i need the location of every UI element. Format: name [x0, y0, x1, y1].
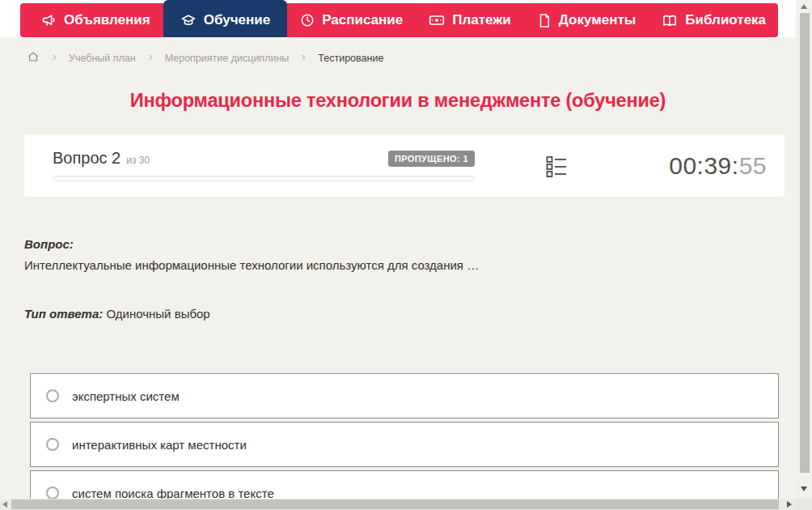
breadcrumb-item-study-plan[interactable]: Учебный план — [69, 53, 136, 64]
radio-button[interactable] — [46, 389, 59, 402]
top-navigation: Объявления Обучение — [0, 0, 796, 40]
breadcrumb-separator-icon — [299, 53, 307, 64]
answer-option-2[interactable]: интерактивных карт местности — [30, 422, 779, 467]
breadcrumb-item-discipline-event[interactable]: Мероприятие дисциплины — [165, 53, 290, 64]
question-list-icon[interactable] — [546, 155, 568, 181]
nav-item-announcements[interactable]: Объявления — [28, 3, 163, 37]
nav-item-label: Расписание — [322, 12, 403, 28]
question-total: из 30 — [126, 155, 150, 166]
question-text: Интеллектуальные информационные технолог… — [24, 258, 796, 272]
answer-type-label: Тип ответа: — [24, 307, 103, 321]
scroll-up-arrow-icon[interactable] — [801, 4, 807, 9]
question-section: Вопрос: Интеллектуальные информационные … — [24, 237, 796, 321]
scroll-down-arrow-icon[interactable] — [801, 487, 807, 491]
nav-item-training[interactable]: Обучение — [163, 0, 287, 40]
nav-item-library[interactable]: Библиотека — [649, 3, 796, 37]
scroll-left-arrow-icon[interactable] — [2, 501, 7, 508]
answer-option-label: систем поиска фрагментов в тексте — [72, 487, 274, 499]
nav-item-label: Документы — [559, 12, 636, 28]
horizontal-scrollbar-thumb[interactable] — [11, 499, 779, 509]
answer-options: экспертных систем интерактивных карт мес… — [30, 373, 779, 499]
scrollbar-corner — [796, 499, 812, 510]
nav-item-label: Объявления — [64, 12, 150, 28]
main-content: Учебный план Мероприятие дисциплины Тест… — [0, 37, 796, 499]
timer: 00:39:55 — [669, 152, 767, 180]
nav-item-documents[interactable]: Документы — [524, 3, 649, 37]
document-icon — [537, 13, 552, 28]
answer-type-value: Одиночный выбор — [106, 307, 209, 321]
question-progress-left: Вопрос 2 из 30 ПРОПУЩЕНО: 1 — [53, 149, 475, 181]
question-number: Вопрос 2 — [53, 149, 121, 168]
vertical-scrollbar[interactable] — [796, 0, 812, 499]
answer-option-1[interactable]: экспертных систем — [30, 373, 779, 419]
graduation-cap-icon — [180, 12, 197, 28]
nav-item-label: Обучение — [204, 12, 270, 28]
page: Объявления Обучение — [0, 0, 812, 510]
radio-button[interactable] — [46, 438, 59, 451]
answer-option-label: экспертных систем — [72, 389, 180, 403]
home-icon[interactable] — [27, 50, 40, 66]
breadcrumb-item-testing: Тестирование — [318, 53, 383, 64]
banknote-icon — [429, 13, 445, 28]
question-heading: Вопрос: — [24, 237, 796, 251]
timer-seconds: 55 — [739, 152, 767, 179]
megaphone-icon — [41, 13, 57, 28]
nav-bar: Объявления Обучение — [20, 3, 778, 37]
nav-item-label: Платежи — [452, 12, 511, 28]
horizontal-scrollbar[interactable] — [0, 499, 796, 510]
clock-icon — [300, 13, 315, 28]
nav-item-schedule[interactable]: Расписание — [287, 3, 416, 37]
vertical-scrollbar-thumb[interactable] — [800, 13, 810, 473]
answer-option-label: интерактивных карт местности — [72, 438, 247, 452]
breadcrumb: Учебный план Мероприятие дисциплины Тест… — [27, 50, 796, 66]
breadcrumb-separator-icon — [146, 53, 154, 64]
answer-option-3[interactable]: систем поиска фрагментов в тексте — [30, 470, 779, 499]
scroll-right-arrow-icon[interactable] — [787, 501, 792, 508]
breadcrumb-separator-icon — [50, 53, 58, 64]
browser-viewport: Объявления Обучение — [0, 0, 796, 499]
nav-item-payments[interactable]: Платежи — [416, 3, 524, 37]
nav-item-label: Библиотека — [685, 12, 766, 28]
question-progress-card: Вопрос 2 из 30 ПРОПУЩЕНО: 1 — [24, 134, 785, 197]
chevron-down-icon — [776, 15, 786, 25]
page-title: Информационные технологии в менеджменте … — [0, 90, 796, 112]
book-icon — [662, 13, 678, 28]
skipped-badge: ПРОПУЩЕНО: 1 — [388, 151, 475, 167]
timer-main: 00:39: — [669, 152, 738, 179]
progress-bar — [53, 176, 475, 181]
radio-button[interactable] — [46, 487, 59, 499]
